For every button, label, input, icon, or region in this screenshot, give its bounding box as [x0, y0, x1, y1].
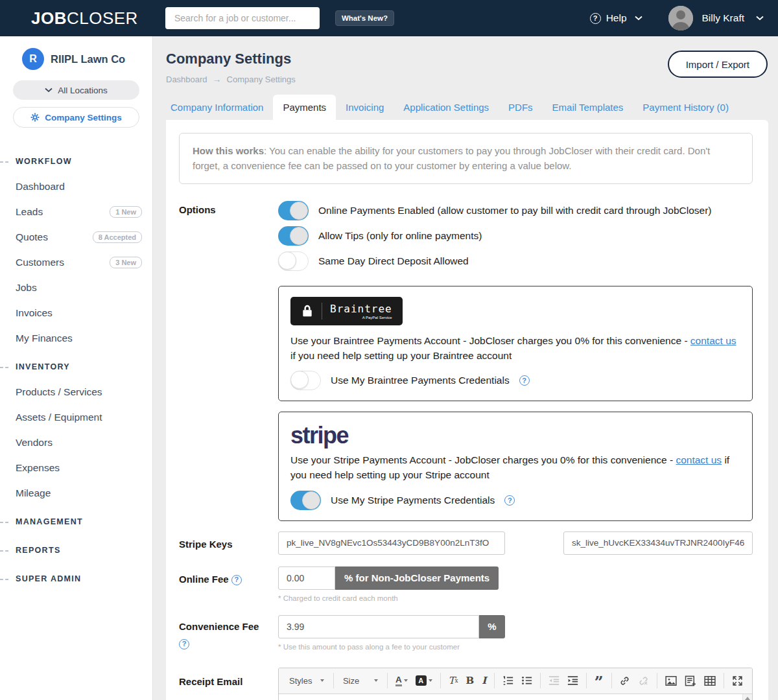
allow-tips-toggle[interactable]: [278, 226, 309, 246]
avatar[interactable]: [668, 6, 693, 30]
all-locations-dropdown[interactable]: All Locations: [13, 80, 139, 100]
stripe-logo: stripe: [290, 424, 740, 447]
tab-payments[interactable]: Payments: [273, 95, 336, 120]
toggle-knob: [290, 227, 308, 245]
sidebar-item-leads[interactable]: Leads1 New: [0, 199, 152, 224]
breadcrumb: Dashboard → Company Settings: [166, 74, 296, 84]
convenience-fee-input[interactable]: [278, 615, 479, 638]
stripe-secret-key-input[interactable]: [563, 531, 753, 555]
sidebar-section-reports[interactable]: REPORTS: [0, 538, 152, 563]
editor-toolbar: Styles Size A A Tx B I: [279, 668, 752, 694]
user-name[interactable]: Billy Kraft: [702, 12, 744, 24]
unlink-button[interactable]: [634, 673, 653, 688]
help-circle-icon[interactable]: ?: [519, 375, 530, 386]
how-this-works-note: How this works: You can enable the abili…: [179, 133, 753, 184]
link-button[interactable]: [615, 673, 634, 688]
scroll-up-arrow[interactable]: [743, 694, 752, 700]
help-circle-icon[interactable]: ?: [231, 575, 242, 585]
chevron-down-icon: [635, 16, 642, 21]
breadcrumb-arrow-icon: →: [213, 74, 222, 84]
tab-application-settings[interactable]: Application Settings: [394, 95, 499, 120]
ordered-list-button[interactable]: [499, 673, 517, 688]
editor-content-area[interactable]: Hi {customer-name},: [279, 694, 752, 700]
tab-email-templates[interactable]: Email Templates: [543, 95, 633, 120]
size-dropdown[interactable]: Size: [338, 673, 383, 688]
help-circle-icon[interactable]: ?: [504, 495, 515, 506]
section-dash-icon: [0, 579, 8, 580]
sidebar-item-my-finances[interactable]: My Finances: [0, 325, 152, 351]
settings-tabs: Company Information Payments Invoicing A…: [153, 95, 778, 120]
sidebar-section-super-admin[interactable]: SUPER ADMIN: [0, 566, 152, 591]
toolbar-divider: [540, 673, 541, 688]
tab-company-information[interactable]: Company Information: [161, 95, 273, 120]
company-settings-button[interactable]: Company Settings: [13, 107, 139, 128]
search-input[interactable]: [165, 7, 320, 29]
blockquote-button[interactable]: ”: [591, 673, 607, 689]
chevron-down-icon: [756, 16, 764, 21]
toolbar-divider: [333, 673, 334, 688]
breadcrumb-dashboard[interactable]: Dashboard: [166, 75, 207, 84]
bold-button[interactable]: B: [462, 673, 478, 688]
section-dash-icon: [0, 367, 8, 368]
sidebar-item-expenses[interactable]: Expenses: [0, 455, 152, 480]
online-payments-toggle-label: Online Payments Enabled (allow customer …: [318, 205, 712, 216]
bullet-list-button[interactable]: [517, 673, 536, 688]
status-badge: 8 Accepted: [93, 231, 142, 243]
help-menu[interactable]: ? Help: [590, 12, 642, 24]
braintree-contact-us-link[interactable]: contact us: [690, 335, 737, 346]
table-button[interactable]: [700, 673, 720, 688]
remove-format-button[interactable]: Tx: [444, 673, 462, 688]
status-badge: 1 New: [110, 206, 142, 218]
sidebar-item-vendors[interactable]: Vendors: [0, 430, 152, 455]
sidebar-item-quotes[interactable]: Quotes8 Accepted: [0, 224, 152, 250]
sidebar-item-products-services[interactable]: Products / Services: [0, 379, 152, 404]
insert-template-button[interactable]: [681, 673, 700, 688]
editor-text[interactable]: Hi {customer-name},: [279, 694, 752, 700]
sidebar-item-jobs[interactable]: Jobs: [0, 275, 152, 300]
sidebar-item-invoices[interactable]: Invoices: [0, 300, 152, 325]
sidebar-section-inventory[interactable]: INVENTORY: [0, 355, 152, 379]
braintree-credentials-toggle[interactable]: [290, 371, 321, 390]
italic-button[interactable]: I: [478, 673, 490, 688]
maximize-button[interactable]: [728, 673, 747, 688]
online-fee-addon: % for Non-JobCloser Payments: [335, 566, 499, 590]
image-button[interactable]: [661, 673, 681, 688]
sidebar-section-workflow[interactable]: WORKFLOW: [0, 149, 152, 174]
note-title: How this works: [193, 145, 264, 156]
editor-scrollbar[interactable]: [742, 694, 752, 700]
caret-down-icon: [404, 679, 408, 682]
sidebar-item-mileage[interactable]: Mileage: [0, 480, 152, 506]
outdent-button[interactable]: [545, 673, 563, 688]
text-color-button[interactable]: A: [392, 673, 412, 688]
company-settings-label: Company Settings: [45, 113, 122, 122]
stripe-keys-label: Stripe Keys: [179, 531, 278, 555]
sidebar-item-assets-equipment[interactable]: Assets / Equipment: [0, 404, 152, 430]
sidebar-item-dashboard[interactable]: Dashboard: [0, 174, 152, 199]
online-fee-label: Online Fee ?: [179, 566, 278, 602]
tab-invoicing[interactable]: Invoicing: [336, 95, 394, 120]
sidebar-section-management[interactable]: MANAGEMENT: [0, 509, 152, 534]
tab-payment-history[interactable]: Payment History (0): [633, 95, 738, 120]
help-circle-icon[interactable]: ?: [179, 639, 189, 649]
sidebar: R RIIPL Lawn Co All Locations Company Se…: [0, 36, 153, 700]
stripe-credentials-toggle[interactable]: [290, 491, 321, 510]
import-export-button[interactable]: Import / Export: [668, 51, 768, 78]
logo-light: CLOSER: [67, 8, 138, 28]
company-identity: R RIIPL Lawn Co: [22, 48, 139, 70]
toolbar-divider: [440, 673, 441, 688]
toggle-knob: [278, 251, 296, 270]
top-navbar: JOBCLOSER What's New? ? Help Billy Kraft: [0, 0, 778, 36]
tab-pdfs[interactable]: PDFs: [499, 95, 543, 120]
whats-new-button[interactable]: What's New?: [335, 10, 394, 26]
online-fee-input[interactable]: [278, 566, 335, 590]
caret-down-icon: [320, 679, 324, 682]
braintree-credentials-toggle-label: Use My Braintree Payments Credentials: [331, 375, 510, 386]
indent-button[interactable]: [563, 673, 582, 688]
sidebar-item-customers[interactable]: Customers3 New: [0, 250, 152, 275]
online-payments-toggle[interactable]: [278, 201, 309, 220]
styles-dropdown[interactable]: Styles: [284, 673, 329, 688]
stripe-publishable-key-input[interactable]: [278, 531, 505, 555]
same-day-deposit-toggle[interactable]: [278, 251, 309, 271]
stripe-contact-us-link[interactable]: contact us: [676, 454, 722, 465]
background-color-button[interactable]: A: [412, 673, 436, 688]
